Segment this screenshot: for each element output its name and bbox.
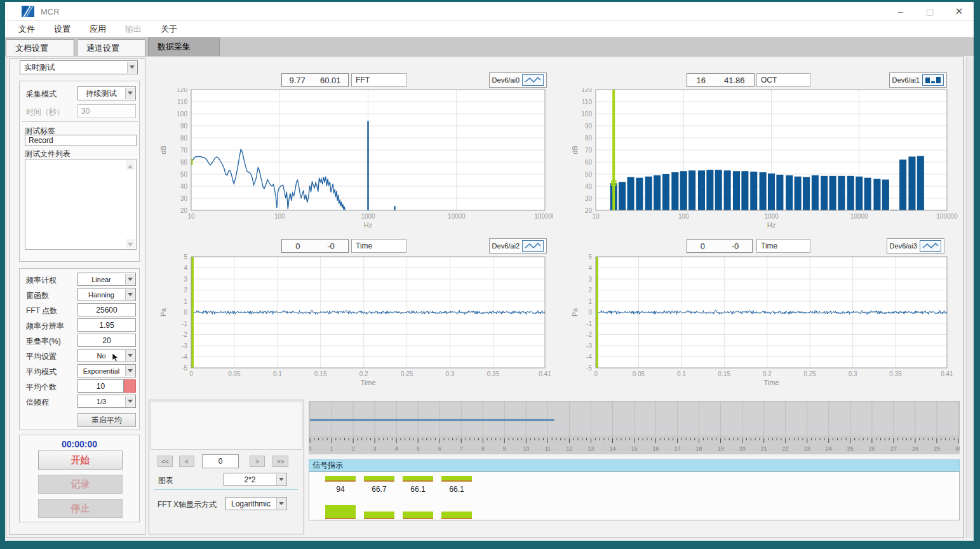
- svg-text:80: 80: [585, 135, 593, 142]
- setting-select-5[interactable]: No: [77, 349, 136, 362]
- svg-text:17: 17: [675, 445, 681, 452]
- nav-next-button[interactable]: >: [250, 456, 265, 467]
- svg-text:0.1: 0.1: [273, 370, 282, 377]
- setting-input-7[interactable]: 10: [77, 379, 124, 393]
- fft-plot[interactable]: 2030405060708090100110120101001000100001…: [153, 88, 553, 229]
- test-mode-select[interactable]: 实时测试: [20, 60, 138, 74]
- fft-chart-panel: 9.77 60.01 FFT Dev6/ai0 2030405060708090…: [153, 72, 553, 231]
- svg-text:100000: 100000: [534, 213, 553, 220]
- menu-bar: 文件设置应用输出关于: [5, 21, 974, 37]
- svg-text:0.3: 0.3: [446, 370, 455, 377]
- menu-item-0[interactable]: 文件: [9, 21, 44, 37]
- svg-text:100000: 100000: [936, 213, 958, 220]
- setting-input-2[interactable]: 25600: [77, 303, 136, 316]
- scroll-down-icon[interactable]: [126, 239, 135, 248]
- time-ai2-device-box[interactable]: Dev6/ai2: [489, 238, 547, 254]
- time-ai2-title-box[interactable]: Time: [351, 239, 406, 253]
- line-chart-icon: [522, 74, 544, 86]
- svg-text:100: 100: [177, 111, 187, 118]
- svg-text:40: 40: [180, 183, 188, 190]
- setting-select-0[interactable]: Linear: [77, 273, 136, 286]
- chevron-down-icon: [127, 62, 137, 73]
- setting-label-4: 重叠率(%): [26, 336, 61, 347]
- setting-input-3[interactable]: 1.95: [77, 318, 136, 332]
- svg-text:11: 11: [545, 445, 551, 452]
- oct-title-box[interactable]: OCT: [756, 73, 810, 87]
- svg-text:0: 0: [588, 309, 592, 316]
- svg-text:5: 5: [184, 254, 187, 261]
- svg-text:30: 30: [955, 445, 960, 452]
- tab-bar: 文档设置通道设置数据采集: [5, 37, 974, 56]
- setting-select-1[interactable]: Hanning: [77, 288, 136, 301]
- oct-plot[interactable]: 2030405060708090100110120101001000100001…: [572, 88, 964, 229]
- svg-text:60: 60: [585, 159, 593, 166]
- time-ai2-plot[interactable]: -5-4-3-2-101234500.050.10.150.20.250.30.…: [153, 254, 553, 391]
- svg-text:30: 30: [585, 195, 593, 202]
- scroll-up-icon[interactable]: [126, 160, 135, 170]
- svg-text:Pa: Pa: [159, 308, 167, 316]
- signal-value-1: 66.7: [364, 485, 394, 494]
- start-button[interactable]: 开始: [38, 451, 123, 470]
- svg-text:2: 2: [588, 287, 592, 294]
- acq-mode-select[interactable]: 持续测试: [77, 86, 136, 100]
- time-ai3-cursor-readout: 0 -0: [687, 239, 753, 253]
- fft-title-box[interactable]: FFT: [351, 73, 406, 87]
- svg-text:dB: dB: [159, 146, 167, 154]
- setting-select-6[interactable]: Exponential: [77, 364, 136, 377]
- acq-time-label: 时间（秒）: [26, 107, 64, 118]
- svg-text:15: 15: [631, 445, 637, 452]
- setting-input-4[interactable]: 20: [77, 334, 136, 347]
- svg-text:20: 20: [180, 207, 188, 214]
- svg-text:Hz: Hz: [364, 221, 372, 229]
- minimize-button[interactable]: –: [886, 2, 915, 21]
- nav-last-button[interactable]: >>: [272, 456, 288, 467]
- time-ai3-device-box[interactable]: Dev6/ai3: [887, 238, 944, 254]
- right-gutter: [966, 57, 974, 538]
- svg-text:-2: -2: [182, 331, 187, 338]
- chart-layout-select[interactable]: 2*2: [224, 473, 287, 486]
- svg-text:29: 29: [934, 445, 940, 452]
- svg-text:60: 60: [180, 159, 188, 166]
- record-timeline[interactable]: 0123456789101112131415161718192021222324…: [309, 401, 960, 454]
- close-button[interactable]: ✕: [944, 2, 974, 21]
- svg-text:0: 0: [184, 309, 187, 316]
- time-ai3-title-box[interactable]: Time: [756, 239, 810, 253]
- fft-cursor-readout: 9.77 60.01: [281, 73, 349, 87]
- svg-text:0.15: 0.15: [314, 370, 327, 377]
- signal-meter-bar-1: [364, 512, 394, 519]
- svg-text:110: 110: [177, 98, 187, 105]
- fft-device-box[interactable]: Dev6/ai0: [489, 72, 547, 88]
- fft-axis-mode-select[interactable]: Logarithmic: [225, 497, 287, 510]
- setting-select-8[interactable]: 1/3: [77, 395, 136, 408]
- tab-1[interactable]: 通道设置: [77, 39, 145, 56]
- test-tag-input[interactable]: Record: [25, 135, 137, 146]
- tab-0[interactable]: 文档设置: [6, 39, 74, 56]
- chevron-down-icon: [125, 396, 135, 407]
- nav-prev-button[interactable]: <: [179, 456, 194, 467]
- stop-button: 停止: [38, 499, 123, 518]
- svg-text:100: 100: [678, 213, 689, 220]
- time-ai3-device-label: Dev6/ai3: [890, 242, 917, 250]
- page-number-input[interactable]: 0: [202, 454, 239, 468]
- maximize-button[interactable]: ▢: [915, 2, 944, 21]
- display-controls-panel: << < 0 > >> 图表 2*2 FFT X轴显示方式 Logarithmi…: [149, 400, 304, 534]
- svg-text:4: 4: [588, 264, 592, 271]
- menu-item-1[interactable]: 设置: [44, 21, 80, 37]
- tab-2-active[interactable]: 数据采集: [148, 37, 220, 56]
- svg-text:9: 9: [503, 445, 506, 452]
- window-frame: MCR – ▢ ✕ 文件设置应用输出关于 文档设置通道设置数据采集 实时测试 采…: [5, 2, 974, 541]
- svg-text:0.41: 0.41: [941, 370, 953, 377]
- test-file-list[interactable]: [25, 159, 137, 250]
- svg-text:90: 90: [585, 123, 593, 130]
- menu-item-2[interactable]: 应用: [80, 21, 116, 37]
- time-ai3-plot[interactable]: -5-4-3-2-101234500.050.10.150.20.250.30.…: [572, 254, 964, 391]
- oct-device-box[interactable]: Dev6/ai1: [889, 72, 947, 88]
- svg-text:10: 10: [187, 213, 195, 220]
- status-box: [151, 402, 302, 450]
- svg-text:14: 14: [609, 445, 615, 452]
- nav-first-button[interactable]: <<: [158, 456, 173, 467]
- svg-text:0.05: 0.05: [228, 370, 241, 377]
- menu-item-4[interactable]: 关于: [151, 21, 187, 37]
- svg-text:8: 8: [481, 445, 485, 452]
- restart-average-button[interactable]: 重启平均: [77, 413, 136, 427]
